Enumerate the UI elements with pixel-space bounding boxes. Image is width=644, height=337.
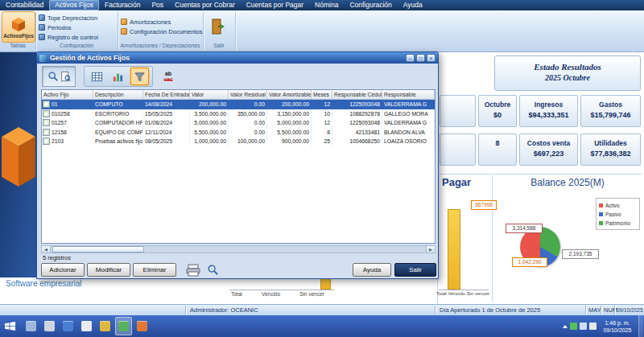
minimize-button[interactable]: – xyxy=(406,54,415,62)
show-desktop-button[interactable] xyxy=(638,315,643,337)
taskbar-app-icon[interactable] xyxy=(23,317,39,335)
pagar-axis-line xyxy=(439,290,489,290)
axis-label: Vencido xyxy=(448,291,464,296)
status-day: Día Aperturado 1 de Octubre de 2025 xyxy=(440,306,540,314)
metric-value: $697,223 xyxy=(520,150,577,158)
statusbar-separator xyxy=(614,306,616,314)
app-icon-glyph xyxy=(26,321,36,331)
taskbar-app-icon[interactable] xyxy=(97,317,114,335)
column-header[interactable]: Meses xyxy=(312,90,332,99)
menu-item[interactable]: Ayuda xyxy=(398,0,428,10)
metric-card: 8 xyxy=(478,134,517,166)
column-header[interactable]: Fecha De Entrada xyxy=(143,90,190,99)
column-header[interactable]: Valor Residual xyxy=(229,90,267,99)
salir-button[interactable] xyxy=(206,13,230,40)
taskbar-app-icon[interactable] xyxy=(78,317,95,335)
panel-divider xyxy=(439,174,642,175)
taskbar-app-icon[interactable] xyxy=(60,317,76,335)
column-header[interactable]: Responsable Cédula xyxy=(332,90,382,99)
tray-icon[interactable] xyxy=(580,323,587,330)
grid-view-button[interactable] xyxy=(88,68,106,85)
column-header[interactable]: Responsable xyxy=(382,90,435,99)
table-row[interactable]: 12158 EQUIPO DE COMPUTO 12/11/2024 5,500… xyxy=(42,128,435,138)
estado-title: Estado Resultados xyxy=(495,62,640,72)
ribbon-item[interactable]: Periodos xyxy=(39,23,98,32)
cobrar-axis-labels: TotalVencidoSin vencer xyxy=(231,291,324,297)
ribbon-group-label: Amortizaciones / Depreciaciones xyxy=(118,43,203,48)
maximize-button[interactable]: □ xyxy=(416,54,425,62)
table-row[interactable]: 2103 Pruebas activos fijos 08/05/2025 1,… xyxy=(42,137,435,146)
menu-item[interactable]: Pos xyxy=(146,0,169,10)
column-header[interactable]: Valor Amortizable xyxy=(267,90,312,99)
ribbon-item[interactable]: Configuración Documentos xyxy=(121,27,202,36)
ribbon-item-icon xyxy=(39,34,45,40)
ribbon: ActivosFijos Tope Depreciación Periodos … xyxy=(0,10,644,52)
menu-item[interactable]: Cuentas por Cobrar xyxy=(169,0,241,10)
column-header[interactable]: Descripción xyxy=(93,90,143,99)
preview-button[interactable] xyxy=(204,262,221,277)
taskbar-app-icon[interactable] xyxy=(41,317,58,335)
column-header[interactable]: Valor xyxy=(190,90,229,99)
taskbar-app-icon[interactable] xyxy=(115,317,132,335)
ribbon-item[interactable]: Tope Depreciación xyxy=(39,13,98,23)
chart-view-button[interactable] xyxy=(109,68,127,85)
find-replace-icon: ab xyxy=(165,71,171,76)
scrollbar-thumb[interactable] xyxy=(52,246,144,253)
activos-fijos-button[interactable]: ActivosFijos xyxy=(2,11,35,43)
start-button[interactable] xyxy=(0,315,20,337)
axis-label: Vencido xyxy=(262,291,280,297)
close-button[interactable]: × xyxy=(427,54,436,62)
eliminar-button[interactable]: Eliminar xyxy=(133,263,176,277)
app-icon-glyph xyxy=(44,321,55,331)
balance-legend: Activo Pasivo Patrimonio xyxy=(596,198,640,230)
filter-view-button[interactable] xyxy=(130,68,149,85)
search-tool-button[interactable] xyxy=(42,66,76,87)
metric-value: $15,799,746 xyxy=(581,111,640,119)
tray-chevron-up-icon[interactable] xyxy=(563,325,568,328)
menu-item[interactable]: Configuración xyxy=(344,0,397,10)
menu-item[interactable]: Cuentas por Pagar xyxy=(241,0,309,10)
legend-item: Patrimonio xyxy=(599,219,637,228)
metric-label: Utilidades xyxy=(581,139,640,147)
metric-card: Gastos $15,799,746 xyxy=(580,95,641,127)
horizontal-scrollbar[interactable]: ◀ ▶ xyxy=(41,245,436,253)
taskbar-app-icon[interactable] xyxy=(134,317,151,335)
menu-item[interactable]: Contabilidad xyxy=(0,0,49,10)
menu-item[interactable]: Nómina xyxy=(309,0,344,10)
metric-label: Gastos xyxy=(581,101,640,109)
printer-icon xyxy=(185,264,201,277)
menu-item[interactable]: Activos Fijos xyxy=(49,0,99,10)
metric-card: Ingresos $94,333,351 xyxy=(519,95,578,127)
metric-value: 8 xyxy=(479,139,516,147)
ribbon-group-amortizaciones: Amortizaciones Configuración Documentos xyxy=(121,17,202,36)
modificar-button[interactable]: Modificar xyxy=(87,263,130,277)
document-search-icon xyxy=(60,71,71,82)
menu-item[interactable]: Facturación xyxy=(99,0,146,10)
legend-swatch xyxy=(599,212,603,216)
dialog-app-icon xyxy=(39,55,47,62)
scroll-right-arrow[interactable]: ▶ xyxy=(426,246,435,253)
menu-bar: Contabilidad Activos Fijos Facturación P… xyxy=(0,0,644,10)
tray-icon[interactable] xyxy=(570,323,577,330)
table-row[interactable]: 010258 ESCRITORIO 15/05/2025 3,500,000.0… xyxy=(42,109,435,119)
table-row[interactable]: 01257 COMPUTADOR HP 01/08/2024 5,000,000… xyxy=(42,118,435,128)
ayuda-button[interactable]: Ayuda xyxy=(353,263,391,277)
salir-dialog-button[interactable]: Salir xyxy=(394,263,436,277)
dialog-titlebar[interactable]: Gestión de Activos Fijos – □ × xyxy=(37,52,438,64)
print-button[interactable] xyxy=(184,262,203,277)
ribbon-group-label: Configuración xyxy=(35,43,118,48)
legend-label: Patrimonio xyxy=(605,220,630,226)
table-row[interactable]: 01 COMPUTO 14/08/2024 200,000.00 0.00 20… xyxy=(42,100,435,109)
adicionar-button[interactable]: Adicionar xyxy=(41,263,85,277)
ribbon-item[interactable]: Amortizaciones xyxy=(121,17,202,27)
ribbon-item[interactable]: Registro de control xyxy=(39,32,98,42)
tray-icon[interactable] xyxy=(589,323,597,330)
pie-value-activo: 3,314,588 xyxy=(506,224,543,233)
taskbar-clock[interactable]: 1:46 p. m. 09/10/2025 xyxy=(599,319,636,334)
column-header[interactable]: Activo Fijo xyxy=(42,90,93,99)
find-replace-button[interactable]: ab vac xyxy=(158,66,179,87)
records-count: 5 registros xyxy=(43,254,71,261)
metric-card: Costos venta $697,223 xyxy=(519,134,578,166)
scroll-left-arrow[interactable]: ◀ xyxy=(42,246,51,253)
table-body: 01 COMPUTO 14/08/2024 200,000.00 0.00 20… xyxy=(42,100,435,146)
